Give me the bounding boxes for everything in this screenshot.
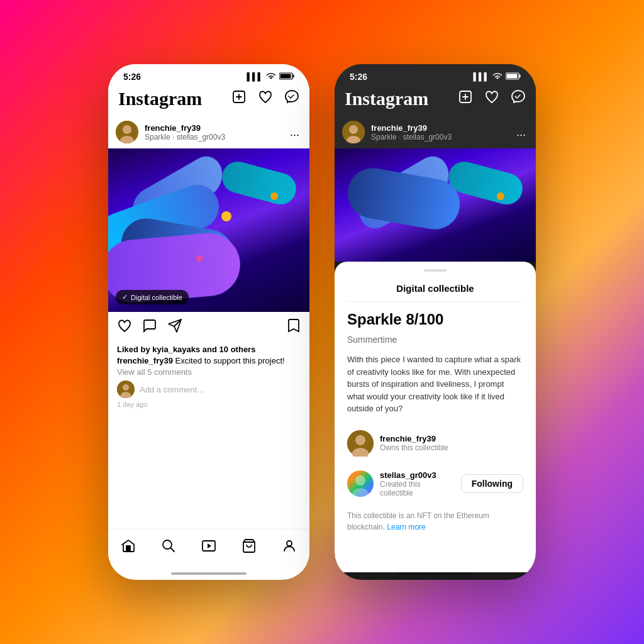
nav-home-left[interactable]: [121, 538, 136, 557]
status-icons-right: ▌▌▌: [473, 72, 521, 82]
owner-name: frenchie_fry39: [380, 434, 523, 443]
battery-icon: [279, 72, 294, 82]
post-header-right: frenchie_fry39 Sparkle · stellas_gr00v3 …: [335, 116, 536, 148]
home-indicator-right: [397, 572, 473, 575]
post-user-info-right: frenchie_fry39 Sparkle · stellas_gr00v3: [371, 123, 508, 142]
svg-rect-19: [519, 74, 521, 77]
owner-role: Owns this collectible: [380, 443, 523, 452]
svg-marker-15: [208, 543, 211, 548]
svg-point-7: [123, 125, 131, 134]
caption-username-left: frenchie_fry39: [117, 356, 173, 365]
owner-avatar: [347, 430, 374, 457]
header-icons-left: [231, 89, 299, 108]
app-header-left: Instagram: [108, 86, 309, 116]
caption-left: frenchie_fry39 Excited to support this p…: [117, 356, 301, 365]
messenger-icon-left[interactable]: [284, 89, 299, 108]
svg-point-25: [349, 125, 358, 134]
heart-icon-right[interactable]: [484, 89, 499, 108]
add-icon-right[interactable]: [458, 89, 473, 108]
more-button-right[interactable]: ...: [514, 123, 528, 142]
creator-info: stellas_gr00v3 Created this collectible: [380, 470, 455, 497]
app-header-right: Instagram: [335, 86, 536, 116]
digital-collectible-badge-left[interactable]: ✓ Digital collectible: [116, 290, 189, 304]
dot-3: [196, 255, 203, 262]
creator-name: stellas_gr00v3: [380, 470, 455, 480]
share-button-left[interactable]: [167, 318, 182, 337]
post-avatar-left: [116, 121, 138, 143]
svg-point-31: [355, 475, 365, 486]
instagram-logo-left: Instagram: [118, 88, 202, 109]
svg-point-17: [287, 541, 292, 546]
add-comment-row-left: Add a comment...: [117, 380, 301, 398]
svg-point-10: [123, 384, 129, 391]
nft-title: Sparkle 8/100: [347, 311, 523, 328]
phone-left: 5:26 ▌▌▌ Instagram: [108, 64, 309, 580]
messenger-icon-right[interactable]: [511, 89, 526, 108]
post-user-info-left: frenchie_fry39 Sparkle · stellas_gr00v3: [145, 123, 281, 142]
nft-description: With this piece I wanted to capture what…: [347, 353, 523, 415]
heart-icon-left[interactable]: [258, 89, 273, 108]
wifi-icon: [266, 72, 276, 82]
owner-row: frenchie_fry39 Owns this collectible: [347, 426, 523, 460]
creator-avatar: [347, 470, 374, 497]
view-comments-left[interactable]: View all 5 comments: [117, 367, 301, 377]
nft-footer: This collectible is an NFT on the Ethere…: [347, 510, 523, 533]
svg-rect-20: [507, 74, 518, 78]
svg-line-13: [170, 548, 174, 552]
caption-text-left: Excited to support this project!: [175, 356, 285, 365]
status-icons-left: ▌▌▌: [247, 72, 294, 82]
svg-rect-2: [280, 74, 291, 78]
check-icon-badge: ✓: [122, 293, 128, 301]
add-comment-text-left[interactable]: Add a comment...: [140, 385, 204, 394]
status-bar-right: 5:26 ▌▌▌: [335, 64, 536, 86]
following-button[interactable]: Following: [461, 474, 523, 493]
post-subtitle-right: Sparkle · stellas_gr00v3: [371, 133, 508, 142]
bottom-sheet: Digital collectible Sparkle 8/100 Summer…: [335, 262, 536, 572]
dot-2: [270, 192, 278, 200]
nav-reels-left[interactable]: [201, 538, 216, 557]
nft-subtitle: Summertime: [347, 335, 523, 345]
creator-row: stellas_gr00v3 Created this collectible …: [347, 467, 523, 501]
post-username-right: frenchie_fry39: [371, 123, 508, 133]
wifi-icon-right: [492, 72, 502, 82]
signal-icon: ▌▌▌: [247, 72, 263, 81]
dot-r1: [497, 192, 504, 200]
add-icon-left[interactable]: [231, 89, 247, 108]
post-avatar-right: [342, 121, 365, 143]
blob-3: [219, 158, 300, 208]
sheet-handle: [424, 269, 447, 272]
phone-right: 5:26 ▌▌▌ Instagram: [335, 64, 536, 580]
header-icons-right: [458, 89, 526, 108]
nav-shop-left[interactable]: [242, 538, 257, 557]
svg-point-28: [355, 435, 365, 445]
timestamp-left: 1 day ago: [117, 401, 301, 408]
owner-info: frenchie_fry39 Owns this collectible: [380, 434, 523, 452]
time-right: 5:26: [350, 72, 367, 82]
battery-icon-right: [506, 72, 521, 82]
likes-text-left: Liked by kyia_kayaks and 10 others: [117, 345, 301, 354]
status-bar-left: 5:26 ▌▌▌: [108, 64, 309, 86]
post-header-left: frenchie_fry39 Sparkle · stellas_gr00v3 …: [108, 116, 309, 148]
commenter-avatar-left: [117, 380, 135, 398]
creator-role: Created this collectible: [380, 480, 455, 497]
learn-more-link[interactable]: Learn more: [387, 523, 425, 531]
post-actions-left: [108, 312, 309, 343]
like-button-left[interactable]: [117, 318, 132, 337]
bottom-nav-left: [108, 529, 309, 572]
post-subtitle-left: Sparkle · stellas_gr00v3: [145, 133, 281, 142]
more-button-left[interactable]: ...: [287, 123, 302, 142]
nav-search-left[interactable]: [161, 538, 176, 557]
post-username-left: frenchie_fry39: [145, 123, 281, 133]
sheet-title: Digital collectible: [347, 283, 523, 302]
nav-profile-left[interactable]: [282, 538, 297, 557]
post-content-left: Liked by kyia_kayaks and 10 others frenc…: [108, 343, 309, 411]
bookmark-button-left[interactable]: [287, 318, 301, 337]
instagram-logo-right: Instagram: [345, 88, 428, 109]
post-image-right: [335, 148, 536, 262]
comment-button-left[interactable]: [142, 318, 157, 337]
svg-rect-1: [293, 74, 294, 77]
home-indicator-left: [171, 572, 247, 575]
post-image-left: ✓ Digital collectible: [108, 148, 309, 312]
signal-icon-right: ▌▌▌: [473, 72, 489, 81]
time-left: 5:26: [123, 72, 141, 82]
